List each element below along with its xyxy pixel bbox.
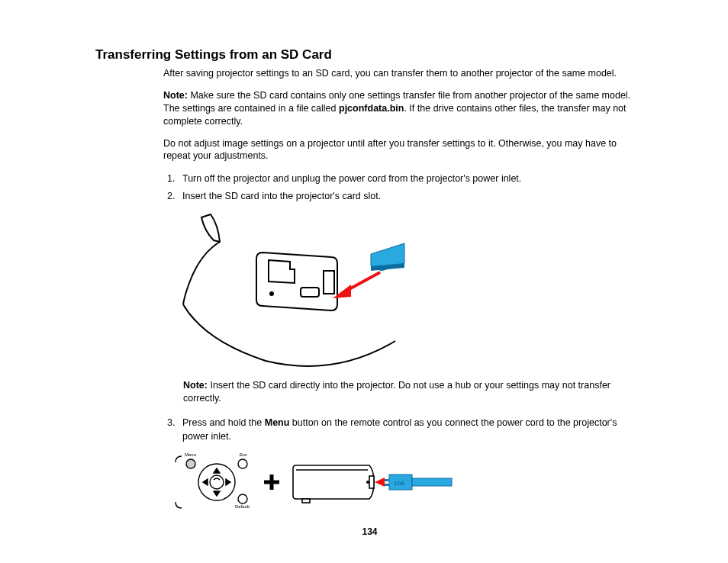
svg-point-8	[210, 475, 224, 489]
svg-rect-1	[324, 271, 334, 294]
menu-button-icon	[186, 459, 195, 468]
figure-remote-and-power: Menu Esc Default	[174, 452, 644, 513]
page-number: 134	[95, 526, 644, 537]
insert-arrow-icon	[333, 272, 380, 298]
note-label: Note:	[183, 380, 208, 391]
page-title: Transferring Settings from an SD Card	[95, 47, 644, 63]
default-label: Default	[235, 504, 250, 509]
svg-point-2	[270, 292, 273, 295]
note-1: Note: Make sure the SD card contains onl…	[163, 89, 644, 128]
svg-rect-13	[369, 476, 374, 488]
sd-card-insert-illustration	[174, 211, 441, 372]
step-2: Insert the SD card into the projector's …	[178, 189, 644, 204]
note-2: Note: Insert the SD card directly into t…	[183, 379, 644, 405]
steps-list: Turn off the projector and unplug the po…	[163, 172, 644, 204]
power-plug-icon: 10A	[383, 475, 452, 490]
figure-sd-card-slot	[174, 211, 644, 372]
svg-rect-18	[412, 478, 452, 486]
default-button-icon	[238, 494, 247, 503]
steps-list-cont: Press and hold the Menu button on the re…	[163, 416, 644, 445]
step-1: Turn off the projector and unplug the po…	[178, 172, 644, 186]
svg-text:10A: 10A	[394, 480, 405, 487]
esc-button-icon	[238, 459, 247, 468]
settings-filename: pjconfdata.bin	[339, 103, 404, 114]
note-label: Note:	[163, 90, 188, 101]
step-3-text-a: Press and hold the	[182, 417, 265, 428]
svg-line-5	[346, 272, 380, 291]
plus-icon	[264, 475, 279, 490]
remote-power-illustration: Menu Esc Default	[174, 452, 479, 513]
intro-paragraph: After saving projector settings to an SD…	[163, 67, 644, 80]
svg-point-14	[367, 481, 369, 483]
step-3: Press and hold the Menu button on the re…	[178, 416, 644, 445]
menu-button-name: Menu	[265, 417, 290, 428]
svg-rect-12	[302, 499, 310, 503]
warning-paragraph: Do not adjust image settings on a projec…	[163, 137, 644, 163]
note-2-text: Insert the SD card directly into the pro…	[183, 380, 610, 404]
sd-card-icon	[371, 243, 404, 271]
menu-label: Menu	[185, 452, 196, 457]
plug-arrow-icon	[375, 478, 385, 487]
svg-marker-20	[375, 478, 385, 487]
svg-rect-0	[301, 288, 319, 297]
esc-label: Esc	[240, 452, 247, 457]
